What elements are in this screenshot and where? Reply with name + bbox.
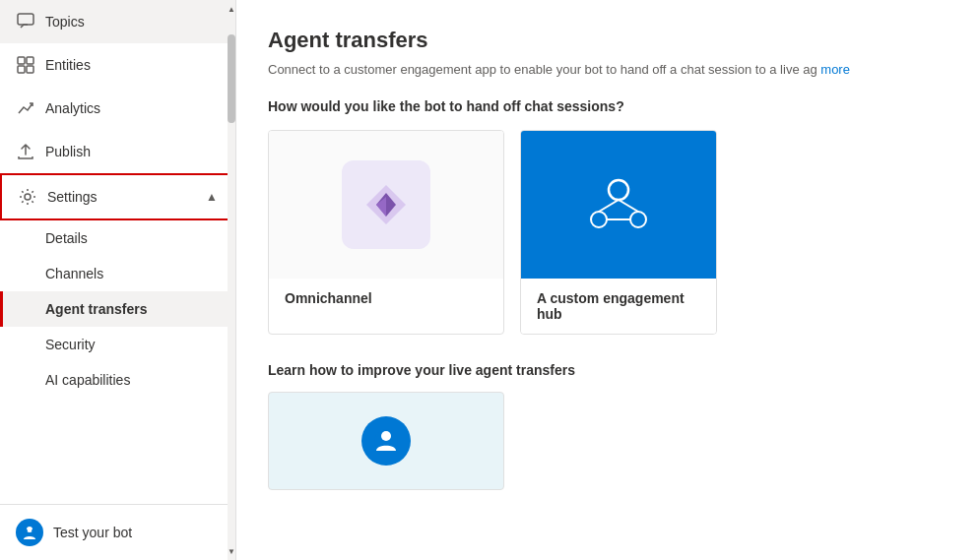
svg-point-8 (32, 529, 33, 531)
svg-rect-3 (18, 66, 25, 73)
test-bot-avatar (16, 519, 43, 546)
main-content: Agent transfers Connect to a customer en… (236, 0, 980, 560)
sidebar-item-test-bot[interactable]: Test your bot (0, 505, 235, 560)
sidebar-item-settings[interactable]: Settings ▲ (0, 173, 235, 220)
svg-point-11 (591, 212, 607, 227)
sidebar-sub-ai-label: AI capabilities (45, 372, 130, 388)
custom-hub-card[interactable]: A custom engagement hub (520, 130, 717, 335)
svg-rect-4 (27, 66, 33, 73)
svg-line-13 (599, 200, 619, 212)
omnichannel-icon-area (269, 131, 503, 279)
learn-section-title: Learn how to improve your live agent tra… (268, 362, 948, 378)
settings-chevron-icon: ▲ (206, 190, 218, 204)
sidebar-item-publish[interactable]: Publish (0, 130, 235, 173)
sidebar-sub-item-details[interactable]: Details (0, 220, 235, 256)
page-title: Agent transfers (268, 28, 948, 53)
subtitle-text: Connect to a customer engagement app to … (268, 62, 817, 77)
svg-point-12 (630, 212, 646, 227)
subtitle-more-link[interactable]: more (820, 62, 850, 77)
sidebar-sub-item-ai-capabilities[interactable]: AI capabilities (0, 362, 235, 398)
learn-icon (361, 416, 411, 466)
svg-point-17 (381, 431, 391, 441)
sidebar-scroll: Topics Entities Analytics (0, 0, 235, 504)
svg-rect-0 (18, 14, 33, 25)
omnichannel-card[interactable]: Omnichannel (268, 130, 504, 335)
sidebar-sub-security-label: Security (45, 337, 96, 352)
page-subtitle: Connect to a customer engagement app to … (268, 61, 948, 79)
svg-line-14 (619, 200, 638, 212)
svg-rect-2 (27, 57, 33, 64)
scroll-down-arrow[interactable]: ▼ (228, 542, 235, 560)
learn-card[interactable] (268, 392, 504, 490)
custom-hub-label: A custom engagement hub (521, 279, 716, 334)
sidebar-item-analytics-label: Analytics (45, 100, 100, 116)
svg-point-10 (609, 180, 628, 200)
svg-rect-1 (18, 57, 25, 64)
analytics-icon (16, 98, 35, 118)
sidebar-sub-item-security[interactable]: Security (0, 327, 235, 362)
sidebar-sub-channels-label: Channels (45, 266, 103, 281)
svg-point-7 (26, 529, 28, 531)
custom-hub-icon-area (521, 131, 716, 279)
grid-icon (16, 55, 35, 75)
scroll-up-arrow[interactable]: ▲ (228, 0, 235, 18)
svg-point-6 (27, 527, 33, 532)
sidebar-item-entities-label: Entities (45, 57, 91, 73)
speech-bubble-icon (16, 12, 35, 31)
scrollbar-thumb[interactable] (228, 34, 235, 123)
sidebar-item-topics[interactable]: Topics (0, 0, 235, 43)
publish-icon (16, 142, 35, 161)
omnichannel-logo (342, 160, 430, 249)
learn-cards-row (268, 392, 948, 490)
sidebar-item-topics-label: Topics (45, 14, 85, 30)
omnichannel-label: Omnichannel (269, 279, 503, 318)
gear-icon (18, 187, 37, 207)
test-bot-label: Test your bot (53, 525, 132, 540)
sidebar: Topics Entities Analytics (0, 0, 236, 560)
sidebar-bottom: Test your bot (0, 504, 235, 560)
how-section-title: How would you like the bot to hand off c… (268, 98, 948, 114)
svg-point-5 (25, 194, 31, 200)
sidebar-sub-details-label: Details (45, 230, 88, 246)
scrollbar-track: ▲ ▼ (228, 0, 235, 560)
sidebar-item-analytics[interactable]: Analytics (0, 87, 235, 130)
cards-row: Omnichannel A custom engagement hub (268, 130, 948, 335)
sidebar-sub-item-agent-transfers[interactable]: Agent transfers (0, 291, 235, 327)
sidebar-sub-agent-transfers-label: Agent transfers (45, 301, 147, 317)
sidebar-item-settings-label: Settings (47, 189, 98, 205)
sidebar-sub-item-channels[interactable]: Channels (0, 256, 235, 291)
sidebar-item-publish-label: Publish (45, 144, 91, 159)
sidebar-item-entities[interactable]: Entities (0, 43, 235, 87)
